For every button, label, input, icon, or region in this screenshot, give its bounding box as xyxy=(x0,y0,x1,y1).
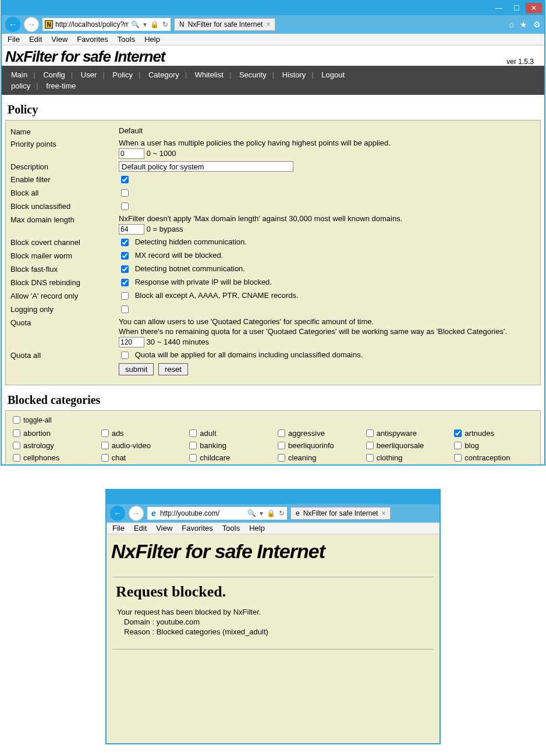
subnav-freetime[interactable]: free-time xyxy=(46,81,76,90)
refresh-icon[interactable]: ↻ xyxy=(162,20,168,29)
nav-logout[interactable]: Logout xyxy=(321,70,345,79)
search-icon-2[interactable]: 🔍 xyxy=(247,509,256,517)
url-actions-2[interactable]: 🔍 ▾ 🔒 ↻ xyxy=(247,509,285,517)
subnav-policy[interactable]: policy xyxy=(11,81,30,90)
input-quota[interactable] xyxy=(119,337,144,347)
menu-edit-2[interactable]: Edit xyxy=(134,524,147,533)
cat-item-clothing[interactable]: clothing xyxy=(364,452,448,463)
tab-close-icon-2[interactable]: × xyxy=(381,509,385,517)
chk-cat-blog[interactable] xyxy=(454,442,462,449)
chk-cat-childcare[interactable] xyxy=(189,454,197,462)
cat-item-audio-video[interactable]: audio-video xyxy=(99,440,183,451)
nav-config[interactable]: Config xyxy=(43,70,65,79)
cat-item-banking[interactable]: banking xyxy=(187,440,271,451)
chk-cat-audio-video[interactable] xyxy=(101,442,109,449)
home-icon[interactable]: ⌂ xyxy=(509,20,514,29)
chk-cat-clothing[interactable] xyxy=(366,454,374,462)
url-field-2[interactable]: e http://youtube.com/ 🔍 ▾ 🔒 ↻ xyxy=(147,507,287,520)
nav-history[interactable]: History xyxy=(282,70,306,79)
menu-tools[interactable]: Tools xyxy=(118,35,135,44)
menu-tools-2[interactable]: Tools xyxy=(222,524,240,533)
chk-cat-adult[interactable] xyxy=(189,430,197,437)
nav-category[interactable]: Category xyxy=(148,70,179,79)
nav-main[interactable]: Main xyxy=(11,70,27,79)
chk-cat-astrology[interactable] xyxy=(13,442,20,449)
url-field[interactable]: N http://localhost/policy?mod 🔍 ▾ 🔒 ↻ xyxy=(42,18,171,31)
cat-item-ads[interactable]: ads xyxy=(99,428,183,439)
chk-cat-banking[interactable] xyxy=(189,442,197,449)
chk-cat-contraception[interactable] xyxy=(454,454,462,462)
input-priority[interactable] xyxy=(119,148,144,159)
browser-tab[interactable]: N NxFilter for safe Internet × xyxy=(174,18,275,31)
chk-allow-a-only[interactable] xyxy=(121,292,129,300)
close-button[interactable]: ✕ xyxy=(526,3,542,13)
menu-favorites[interactable]: Favorites xyxy=(77,35,108,44)
refresh-icon-2[interactable]: ↻ xyxy=(279,509,285,517)
chk-block-mailer[interactable] xyxy=(121,252,129,260)
dropdown-icon-2[interactable]: ▾ xyxy=(260,509,263,517)
cat-item-antispyware[interactable]: antispyware xyxy=(364,428,448,439)
menu-view[interactable]: View xyxy=(51,35,68,44)
page-viewport[interactable]: NxFilter for safe Internet ver 1.5.3 Mai… xyxy=(2,45,544,464)
cat-item-beerliquorsale[interactable]: beerliquorsale xyxy=(364,440,448,451)
cat-item-artnudes[interactable]: artnudes xyxy=(452,428,536,439)
menu-edit[interactable]: Edit xyxy=(29,35,42,44)
favorites-icon[interactable]: ★ xyxy=(520,20,527,29)
dropdown-icon[interactable]: ▾ xyxy=(143,20,147,29)
cat-item-blog[interactable]: blog xyxy=(452,440,536,451)
cat-item-aggressive[interactable]: aggressive xyxy=(275,428,359,439)
tab-close-icon[interactable]: × xyxy=(266,20,270,29)
cat-item-cellphones[interactable]: cellphones xyxy=(10,452,94,463)
cat-item-childcare[interactable]: childcare xyxy=(187,452,271,463)
nav-whitelist[interactable]: Whitelist xyxy=(195,70,224,79)
forward-button-2[interactable]: → xyxy=(129,506,144,521)
chk-cat-antispyware[interactable] xyxy=(366,430,374,437)
menu-help[interactable]: Help xyxy=(144,35,160,44)
search-icon[interactable]: 🔍 xyxy=(131,20,140,29)
cat-item-contraception[interactable]: contraception xyxy=(452,452,536,463)
back-button-2[interactable]: ← xyxy=(110,506,125,521)
nav-user[interactable]: User xyxy=(81,70,97,79)
cat-item-abortion[interactable]: abortion xyxy=(10,428,94,439)
chk-toggle-all[interactable] xyxy=(13,416,20,424)
back-button[interactable]: ← xyxy=(5,17,20,32)
chk-block-dns-rebind[interactable] xyxy=(121,279,129,286)
chk-cat-aggressive[interactable] xyxy=(278,430,285,437)
chk-block-unclassified[interactable] xyxy=(121,203,129,210)
chk-cat-ads[interactable] xyxy=(101,430,109,437)
maximize-button[interactable]: ☐ xyxy=(508,3,524,13)
forward-button[interactable]: → xyxy=(24,17,39,32)
cat-item-beerliquorinfo[interactable]: beerliquorinfo xyxy=(275,440,359,451)
input-max-domain[interactable] xyxy=(119,224,144,235)
chk-enable-filter[interactable] xyxy=(121,176,129,183)
cat-item-adult[interactable]: adult xyxy=(187,428,271,439)
cat-toggle-all[interactable]: toggle-all xyxy=(10,414,536,425)
chk-cat-abortion[interactable] xyxy=(13,430,20,437)
chk-logging-only[interactable] xyxy=(121,306,129,313)
nav-policy[interactable]: Policy xyxy=(112,70,133,79)
reset-button[interactable]: reset xyxy=(158,363,188,375)
cat-item-astrology[interactable]: astrology xyxy=(10,440,94,451)
chk-quota-all[interactable] xyxy=(121,352,129,359)
chk-block-covert[interactable] xyxy=(121,239,129,246)
menu-view-2[interactable]: View xyxy=(156,524,172,533)
nav-security[interactable]: Security xyxy=(239,70,267,79)
chk-block-all[interactable] xyxy=(121,189,129,197)
chk-cat-chat[interactable] xyxy=(101,454,109,462)
menu-file-2[interactable]: File xyxy=(112,524,125,533)
chk-block-fastflux[interactable] xyxy=(121,265,129,273)
minimize-button[interactable]: — xyxy=(491,3,507,13)
chk-cat-beerliquorinfo[interactable] xyxy=(278,442,285,449)
cat-item-chat[interactable]: chat xyxy=(99,452,183,463)
chk-cat-beerliquorsale[interactable] xyxy=(366,442,374,449)
url-actions[interactable]: 🔍 ▾ 🔒 ↻ xyxy=(131,20,168,29)
cat-item-cleaning[interactable]: cleaning xyxy=(275,452,359,463)
submit-button[interactable]: submit xyxy=(119,363,154,375)
chk-cat-cellphones[interactable] xyxy=(13,454,20,462)
menu-file[interactable]: File xyxy=(8,35,20,44)
menu-favorites-2[interactable]: Favorites xyxy=(182,524,212,533)
chk-cat-cleaning[interactable] xyxy=(278,454,285,462)
browser-tab-2[interactable]: e NxFilter for safe Internet × xyxy=(290,507,391,520)
settings-icon[interactable]: ⚙ xyxy=(533,20,541,29)
input-description[interactable] xyxy=(119,161,293,172)
